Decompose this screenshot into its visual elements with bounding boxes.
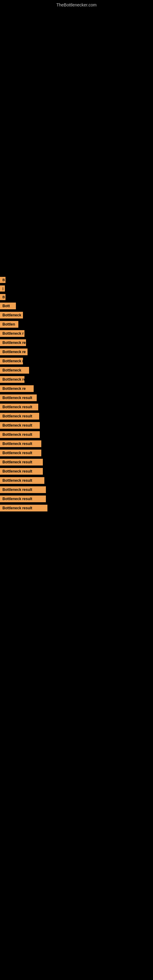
- list-item: Bottleneck: [0, 366, 153, 375]
- bottleneck-result-label: Bottleneck result: [0, 450, 41, 456]
- bottleneck-result-label: Bottleneck re: [0, 385, 33, 392]
- bottleneck-result-label: Bottleneck re: [0, 358, 23, 364]
- bottleneck-result-label: Bottleneck result: [0, 404, 38, 410]
- site-title: TheBottlenecker.com: [56, 2, 97, 7]
- bottleneck-result-label: Bottleneck resu: [0, 376, 24, 383]
- bottleneck-result-label: Bottleneck result: [0, 441, 41, 447]
- list-item: Bottleneck result: [0, 485, 153, 494]
- list-item: Bottleneck re: [0, 356, 153, 366]
- list-item: |: [0, 284, 153, 293]
- list-item: Bottleneck result: [0, 402, 153, 412]
- list-item: Bottleneck result: [0, 412, 153, 421]
- list-item: Bottleneck result: [0, 421, 153, 430]
- bottleneck-result-label: Bottleneck result: [0, 459, 43, 466]
- list-item: Bottleneck result: [0, 439, 153, 449]
- bottleneck-result-label: Bottleneck result: [0, 395, 37, 401]
- list-item: Bottleneck result: [0, 458, 153, 467]
- bottleneck-result-label: Bottleneck result: [0, 468, 43, 475]
- bottleneck-result-label: Bottleneck resu: [0, 339, 26, 346]
- bottleneck-result-label: Bottleneck: [0, 312, 23, 318]
- bottleneck-result-label: Bottleneck: [0, 367, 29, 374]
- bottleneck-result-label: Bottleneck result: [0, 413, 39, 420]
- bottleneck-result-label: Bottleneck result: [0, 477, 45, 484]
- list-item: Bottleneck resu: [0, 338, 153, 347]
- bottleneck-result-label: Bottleneck result: [0, 486, 46, 493]
- bottleneck-result-label: Bottleneck result: [0, 505, 48, 511]
- bottleneck-result-label: B: [0, 277, 5, 283]
- list-item: B: [0, 293, 153, 301]
- bottleneck-result-label: B: [0, 294, 5, 300]
- bottleneck-result-label: Bottleneck re: [0, 348, 27, 355]
- list-item: Bottleneck re: [0, 384, 153, 393]
- list-item: Bottleneck: [0, 310, 153, 320]
- list-item: Bottlen: [0, 320, 153, 329]
- list-item: Bottleneck result: [0, 430, 153, 439]
- bottleneck-result-label: Bottleneck result: [0, 422, 40, 429]
- list-item: Bottleneck re: [0, 347, 153, 356]
- list-item: Bottleneck result: [0, 393, 153, 402]
- list-item: Bottleneck r: [0, 329, 153, 338]
- list-item: Bottleneck result: [0, 503, 153, 513]
- list-item: B: [0, 275, 153, 284]
- bottleneck-result-label: Bottleneck result: [0, 495, 46, 502]
- list-item: Bott: [0, 301, 153, 310]
- bottleneck-items-container: B|BBottBottleneckBottlenBottleneck rBott…: [0, 275, 153, 513]
- bottleneck-result-label: Bott: [0, 302, 16, 309]
- list-item: Bottleneck result: [0, 467, 153, 476]
- bottleneck-result-label: Bottleneck result: [0, 431, 40, 438]
- bottleneck-result-label: |: [0, 285, 5, 291]
- bottleneck-result-label: Bottlen: [0, 321, 18, 328]
- list-item: Bottleneck result: [0, 449, 153, 458]
- list-item: Bottleneck resu: [0, 375, 153, 384]
- list-item: Bottleneck result: [0, 494, 153, 503]
- bottleneck-result-label: Bottleneck r: [0, 330, 24, 337]
- list-item: Bottleneck result: [0, 476, 153, 485]
